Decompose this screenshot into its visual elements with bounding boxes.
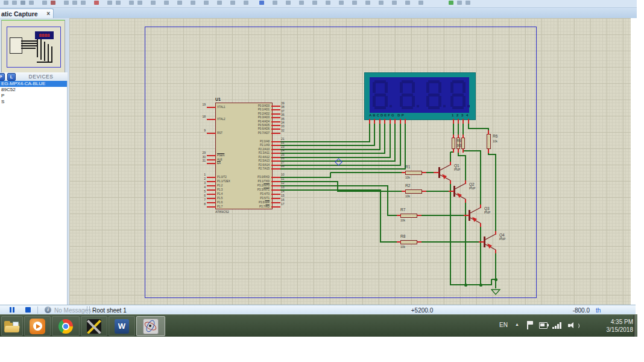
device-list: EG-MPX4-CA-BLUE89C52PS xyxy=(0,81,68,305)
toolbar-icon-fragment[interactable] xyxy=(4,1,8,5)
chrome-icon xyxy=(58,319,73,334)
tray-expand-icon[interactable]: ▲ xyxy=(515,322,519,326)
toolbar-icon-fragment[interactable] xyxy=(405,1,410,5)
toolbar-icon-fragment[interactable] xyxy=(365,1,370,5)
cursor-y-coordinate: -800.0 xyxy=(552,307,590,314)
pick-device-button[interactable]: P xyxy=(0,73,5,81)
tab-label: atic Capture xyxy=(1,10,38,17)
toolbar-icon-fragment[interactable] xyxy=(12,1,17,5)
action-center-flag[interactable] xyxy=(528,321,533,325)
tab-schematic-capture[interactable]: atic Capture × xyxy=(0,8,54,19)
sheet-name-label: Root sheet 1 xyxy=(92,307,127,314)
tray-date: 3/15/2018 xyxy=(572,326,633,334)
toolbar-icon-fragment[interactable] xyxy=(457,1,462,5)
toolbar-icon-fragment[interactable] xyxy=(204,1,209,5)
toolbar-icon-fragment[interactable] xyxy=(191,1,195,5)
toolbar-icon-fragment[interactable] xyxy=(94,1,99,5)
device-list-item[interactable]: 89C52 xyxy=(0,87,67,93)
devices-toolbar: P L DEVICES xyxy=(0,72,68,81)
toolbar-icon-fragment[interactable] xyxy=(312,1,317,5)
info-icon: i xyxy=(45,306,51,313)
toolbar-icon-fragment[interactable] xyxy=(29,1,34,5)
tab-bar: atic Capture × xyxy=(0,8,637,18)
divider xyxy=(37,306,38,314)
toolbar-icon-fragment[interactable] xyxy=(352,1,357,5)
grip-handle xyxy=(87,306,90,314)
toolbar-icon-fragment[interactable] xyxy=(392,1,397,5)
proteus-window: atic Capture × 8888 P L D xyxy=(0,0,644,362)
tray-time: 4:35 PM xyxy=(572,318,633,326)
taskbar-explorer-button[interactable] xyxy=(1,316,23,336)
toolbar-icon-fragment[interactable] xyxy=(137,1,142,5)
taskbar-keil-button[interactable] xyxy=(81,316,107,336)
left-panel: 8888 P L DEVICES EG-MPX4-CA-BLUE89C52PS xyxy=(0,18,69,305)
battery-icon[interactable] xyxy=(539,322,548,329)
toolbar-icon-fragment[interactable] xyxy=(244,1,248,5)
stop-button[interactable] xyxy=(25,307,31,313)
explorer-folder-icon xyxy=(4,320,20,332)
toolbar-icon-fragment[interactable] xyxy=(21,1,25,5)
toolbar-icon-fragment[interactable] xyxy=(151,1,156,5)
system-tray: EN ▲ 4:35 PM 3/15/2018 xyxy=(496,315,637,337)
toolbar-icon-fragment[interactable] xyxy=(129,1,134,5)
status-bar: i No Messages Root sheet 1 +5200.0 -800.… xyxy=(0,305,636,315)
minimap-mcu xyxy=(10,37,22,54)
toolbar-icon-fragment[interactable] xyxy=(177,1,182,5)
toolbar-icon-fragment[interactable] xyxy=(339,1,344,5)
show-desktop-button[interactable] xyxy=(634,315,638,337)
devices-header: DEVICES xyxy=(18,74,64,80)
library-button[interactable]: L xyxy=(7,73,16,81)
media-player-icon xyxy=(30,319,45,334)
toolbar xyxy=(0,0,637,8)
minimap-display: 8888 xyxy=(35,31,54,39)
toolbar-icon-fragment[interactable] xyxy=(379,1,384,5)
close-icon[interactable]: × xyxy=(46,10,50,17)
toolbar-icon-fragment[interactable] xyxy=(259,1,264,5)
toolbar-icon-fragment[interactable] xyxy=(466,1,470,5)
toolbar-icon-fragment[interactable] xyxy=(116,1,121,5)
pause-button[interactable] xyxy=(10,307,16,314)
toolbar-icon-fragment[interactable] xyxy=(72,1,77,5)
coordinate-units: th xyxy=(596,307,601,314)
device-list-item[interactable]: P xyxy=(0,93,67,99)
word-icon: W xyxy=(115,319,129,334)
toolbar-icon-fragment[interactable] xyxy=(107,1,112,5)
taskbar-word-button[interactable]: W xyxy=(109,316,135,336)
toolbar-icon-fragment[interactable] xyxy=(64,1,69,5)
cursor-x-coordinate: +5200.0 xyxy=(398,307,446,314)
toolbar-icon-fragment[interactable] xyxy=(164,1,169,5)
toolbar-icon-fragment[interactable] xyxy=(326,1,330,5)
toolbar-icon-fragment[interactable] xyxy=(217,1,222,5)
proteus-icon xyxy=(143,319,159,334)
taskbar-chrome-button[interactable] xyxy=(52,316,80,336)
toolbar-icon-fragment[interactable] xyxy=(286,1,291,5)
network-signal-icon[interactable] xyxy=(552,322,562,329)
no-messages-label: No Messages xyxy=(54,307,91,314)
toolbar-icon-fragment[interactable] xyxy=(51,1,55,5)
toolbar-icon-fragment[interactable] xyxy=(299,1,304,5)
taskbar-proteus-button[interactable] xyxy=(136,316,165,336)
toolbar-icon-fragment[interactable] xyxy=(81,1,86,5)
schematic-canvas[interactable] xyxy=(69,18,631,305)
keil-icon xyxy=(87,319,101,334)
device-list-item[interactable]: S xyxy=(0,99,67,105)
windows-taskbar: W EN ▲ 4:35 PM 3/15/2018 xyxy=(0,314,637,337)
toolbar-icon-fragment[interactable] xyxy=(230,1,235,5)
toolbar-icon-fragment[interactable] xyxy=(418,1,423,5)
toolbar-icon-fragment[interactable] xyxy=(449,1,453,5)
overview-minimap[interactable]: 8888 xyxy=(1,20,65,73)
toolbar-icon-fragment[interactable] xyxy=(273,1,277,5)
toolbar-icon-fragment[interactable] xyxy=(42,1,47,5)
device-list-item[interactable]: EG-MPX4-CA-BLUE xyxy=(0,81,67,87)
clock[interactable]: 4:35 PM 3/15/2018 xyxy=(572,318,633,334)
taskbar-media-player-button[interactable] xyxy=(24,316,51,336)
language-indicator[interactable]: EN xyxy=(499,322,508,328)
